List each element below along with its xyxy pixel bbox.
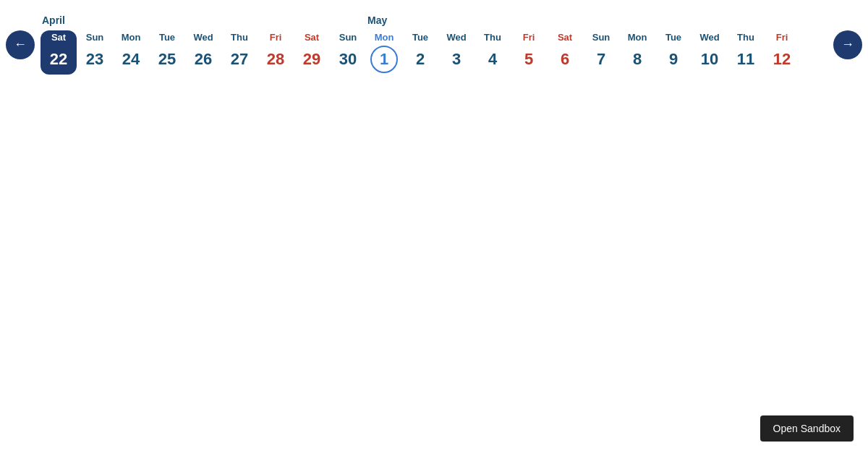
day-cell-april-22[interactable]: Sat22	[41, 30, 77, 75]
day-cell-may-7[interactable]: Sun7	[583, 30, 619, 75]
day-cell-may-4[interactable]: Thu4	[475, 30, 511, 75]
day-number: 11	[732, 46, 760, 73]
open-sandbox-button[interactable]: Open Sandbox	[760, 415, 854, 442]
month-block-april: AprilSat22Sun23Mon24Tue25Wed26Thu27Fri28…	[41, 14, 366, 75]
day-cell-april-28[interactable]: Fri28	[258, 30, 294, 75]
day-name: Thu	[484, 32, 501, 43]
day-cell-may-3[interactable]: Wed3	[438, 30, 475, 75]
day-name: Sun	[592, 32, 610, 43]
day-cell-may-8[interactable]: Mon8	[619, 30, 655, 75]
day-name: Wed	[193, 32, 213, 43]
day-name: Wed	[446, 32, 466, 43]
day-cell-april-26[interactable]: Wed26	[185, 30, 221, 75]
day-cell-may-12[interactable]: Fri12	[764, 30, 800, 75]
day-name: Fri	[270, 32, 282, 43]
day-cell-april-25[interactable]: Tue25	[149, 30, 185, 75]
day-number: 22	[45, 46, 72, 73]
day-name: Tue	[665, 32, 681, 43]
day-cell-april-30[interactable]: Sun30	[330, 30, 366, 75]
day-name: Sun	[86, 32, 104, 43]
day-name: Tue	[412, 32, 428, 43]
day-cell-may-1[interactable]: Mon1	[366, 30, 402, 75]
day-cell-may-9[interactable]: Tue9	[655, 30, 692, 75]
day-name: Sat	[305, 32, 319, 43]
day-number: 8	[624, 46, 651, 73]
day-name: Wed	[699, 32, 719, 43]
day-cell-april-29[interactable]: Sat29	[294, 30, 330, 75]
day-number: 27	[226, 46, 253, 73]
month-label-april: April	[42, 14, 366, 26]
day-number: 10	[696, 46, 723, 73]
day-name: Fri	[776, 32, 788, 43]
day-number: 29	[298, 46, 326, 73]
day-name: Mon	[628, 32, 647, 43]
day-name: Tue	[159, 32, 175, 43]
day-cell-april-23[interactable]: Sun23	[77, 30, 113, 75]
day-cell-may-11[interactable]: Thu11	[728, 30, 764, 75]
day-number: 12	[768, 46, 796, 73]
day-number: 2	[407, 46, 434, 73]
next-button[interactable]: →	[833, 30, 862, 59]
day-name: Thu	[231, 32, 248, 43]
day-name: Fri	[523, 32, 535, 43]
day-name: Sun	[339, 32, 357, 43]
calendar-content: AprilSat22Sun23Mon24Tue25Wed26Thu27Fri28…	[41, 14, 827, 75]
day-number: 7	[587, 46, 615, 73]
day-name: Thu	[737, 32, 754, 43]
day-number: 26	[190, 46, 217, 73]
day-number: 4	[479, 46, 506, 73]
day-number: 6	[551, 46, 579, 73]
prev-button[interactable]: ←	[6, 30, 35, 59]
day-cell-may-6[interactable]: Sat6	[547, 30, 583, 75]
day-name: Mon	[122, 32, 141, 43]
days-row: AprilSat22Sun23Mon24Tue25Wed26Thu27Fri28…	[41, 14, 827, 75]
day-name: Mon	[375, 32, 394, 43]
month-block-may: MayMon1Tue2Wed3Thu4Fri5Sat6Sun7Mon8Tue9W…	[366, 14, 800, 75]
day-name: Sat	[51, 32, 66, 43]
day-number: 1	[370, 46, 398, 73]
day-cell-april-24[interactable]: Mon24	[113, 30, 149, 75]
day-number: 9	[660, 46, 687, 73]
day-name: Sat	[558, 32, 572, 43]
day-cell-may-10[interactable]: Wed10	[692, 30, 728, 75]
day-number: 24	[117, 46, 145, 73]
day-number: 30	[334, 46, 362, 73]
day-cell-april-27[interactable]: Thu27	[221, 30, 258, 75]
day-number: 25	[153, 46, 181, 73]
day-cell-may-5[interactable]: Fri5	[511, 30, 547, 75]
day-cell-may-2[interactable]: Tue2	[402, 30, 438, 75]
calendar-container: ← AprilSat22Sun23Mon24Tue25Wed26Thu27Fri…	[0, 0, 868, 89]
month-label-may: May	[367, 14, 800, 26]
day-number: 23	[81, 46, 109, 73]
day-number: 28	[262, 46, 289, 73]
day-number: 3	[443, 46, 470, 73]
day-number: 5	[515, 46, 542, 73]
